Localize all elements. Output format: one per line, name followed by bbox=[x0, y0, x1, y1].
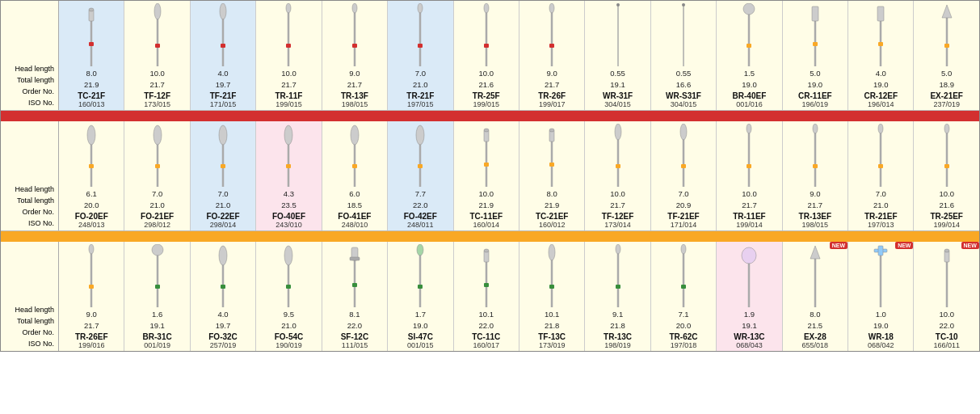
order-number-TF-12EF: TF-12EF bbox=[586, 212, 649, 221]
product-cell-TF-12F: 10.0 21.7 TF-12F 173/015 bbox=[124, 1, 190, 110]
iso-number-TR-11EF: 199/014 bbox=[717, 221, 780, 229]
product-cell-WR-18: NEW 1.0 19.0 WR-18 068/042 bbox=[848, 242, 914, 351]
svg-point-59 bbox=[351, 125, 359, 145]
product-cell-FO-41EF: 6.0 18.5 FO-41EF 248/010 bbox=[322, 121, 388, 230]
total-length-value-CR-12EF: 19.0 bbox=[849, 79, 912, 91]
bur-image-TF-12F bbox=[151, 3, 164, 66]
iso-number-TC-21EF: 160/012 bbox=[520, 221, 583, 229]
head-length-value-BR-40EF: 1.5 bbox=[717, 68, 780, 79]
bur-image-BR-40EF bbox=[742, 3, 755, 66]
iso-no-label-1: ISO No. bbox=[2, 97, 57, 108]
svg-point-99 bbox=[152, 244, 163, 256]
total-length-value-TF-12F: 21.7 bbox=[125, 79, 188, 91]
order-no-label-3: Order No. bbox=[2, 327, 57, 338]
head-length-value-TF-21F: 4.0 bbox=[191, 68, 254, 79]
iso-number-FO-21EF: 298/012 bbox=[125, 221, 188, 229]
total-length-value-TC-21EF: 21.9 bbox=[520, 200, 583, 211]
iso-number-TR-21EF: 197/013 bbox=[849, 221, 912, 229]
new-badge-TC-10: NEW bbox=[961, 242, 979, 249]
total-length-label-2: Total length bbox=[2, 195, 57, 206]
order-number-TF-21F: TF-21F bbox=[191, 91, 254, 100]
bur-image-FO-22EF bbox=[217, 124, 229, 187]
svg-rect-89 bbox=[878, 164, 883, 168]
order-number-FO-41EF: FO-41EF bbox=[323, 212, 386, 221]
iso-number-SI-47C: 001/015 bbox=[389, 341, 452, 349]
total-length-value-TC-10: 22.0 bbox=[915, 320, 978, 332]
svg-rect-81 bbox=[747, 164, 751, 168]
total-length-value-TC-11EF: 21.9 bbox=[455, 200, 518, 211]
total-length-value-WR-13C: 19.1 bbox=[717, 320, 780, 332]
total-length-value-FO-22EF: 21.0 bbox=[191, 200, 254, 211]
product-cell-TF-21F: 4.0 19.7 TF-21F 171/015 bbox=[191, 1, 256, 110]
iso-number-TR-11F: 199/015 bbox=[257, 100, 320, 108]
bur-image-FO-42EF bbox=[414, 124, 427, 187]
iso-number-BR-31C: 001/019 bbox=[125, 341, 188, 349]
svg-rect-45 bbox=[944, 44, 949, 48]
iso-number-FO-22EF: 298/014 bbox=[191, 221, 254, 229]
iso-number-WR-13C: 068/043 bbox=[717, 341, 780, 349]
order-number-TF-21EF: TF-21EF bbox=[652, 212, 715, 221]
svg-point-33 bbox=[682, 3, 685, 6]
bur-image-TR-13F bbox=[348, 3, 361, 66]
svg-rect-124 bbox=[616, 285, 620, 289]
total-length-value-TR-13C: 21.8 bbox=[586, 320, 649, 332]
iso-number-TR-21F: 197/015 bbox=[389, 100, 452, 108]
head-length-value-CR-12EF: 4.0 bbox=[849, 68, 912, 79]
order-number-WR-18: WR-18 bbox=[849, 332, 912, 341]
head-length-value-TC-21EF: 8.0 bbox=[520, 188, 583, 200]
svg-point-2 bbox=[89, 8, 94, 11]
order-number-TR-21EF: TR-21EF bbox=[849, 212, 912, 221]
svg-point-92 bbox=[944, 124, 949, 133]
svg-rect-120 bbox=[549, 285, 554, 289]
bur-image-TF-12EF bbox=[612, 124, 625, 187]
iso-number-FO-54C: 190/019 bbox=[257, 341, 320, 349]
iso-number-CR-12EF: 196/014 bbox=[849, 100, 912, 108]
product-cell-FO-54C: 9.5 21.0 FO-54C 190/019 bbox=[256, 242, 322, 351]
head-length-label-1: Head length bbox=[2, 63, 57, 74]
svg-point-16 bbox=[352, 3, 357, 13]
svg-rect-36 bbox=[747, 44, 751, 48]
head-length-value-TC-21F: 8.0 bbox=[60, 68, 123, 79]
head-length-value-FO-42EF: 7.7 bbox=[389, 188, 452, 200]
head-length-value-TR-13EF: 9.0 bbox=[784, 188, 847, 200]
bur-image-TC-10 bbox=[940, 244, 953, 307]
head-length-value-FO-22EF: 7.0 bbox=[191, 188, 254, 200]
iso-number-FO-40EF: 243/010 bbox=[257, 221, 320, 229]
bur-image-FO-54C bbox=[282, 244, 295, 307]
total-length-value-TR-21EF: 21.0 bbox=[849, 200, 912, 211]
bur-image-TR-21F bbox=[414, 3, 427, 66]
product-cell-WR-S31F: 0.55 16.6 WR-S31F 304/015 bbox=[651, 1, 717, 110]
order-no-label-2: Order No. bbox=[2, 206, 57, 218]
svg-rect-128 bbox=[681, 285, 686, 289]
head-length-label-3: Head length bbox=[2, 304, 57, 315]
head-length-value-EX-21EF: 5.0 bbox=[915, 68, 978, 79]
svg-point-88 bbox=[878, 124, 883, 133]
svg-rect-48 bbox=[89, 164, 94, 168]
iso-number-TF-21F: 171/015 bbox=[191, 100, 254, 108]
order-number-CR-11EF: CR-11EF bbox=[784, 91, 847, 100]
svg-rect-63 bbox=[418, 164, 423, 168]
svg-point-130 bbox=[742, 247, 756, 264]
svg-rect-74 bbox=[616, 164, 620, 168]
product-cell-CR-11EF: 5.0 19.0 CR-11EF 196/019 bbox=[783, 1, 848, 110]
head-length-value-SI-47C: 1.7 bbox=[389, 309, 452, 320]
svg-rect-135 bbox=[878, 246, 883, 256]
bur-image-TR-13C bbox=[612, 244, 625, 307]
total-length-value-WR-S31F: 16.6 bbox=[652, 79, 715, 91]
order-number-TR-11F: TR-11F bbox=[257, 91, 320, 100]
total-length-value-SI-47C: 19.0 bbox=[389, 320, 452, 332]
bur-image-CR-12EF bbox=[874, 3, 887, 66]
svg-rect-77 bbox=[681, 164, 686, 168]
product-cell-TR-26EF: 9.0 21.7 TR-26EF 199/016 bbox=[59, 242, 124, 351]
product-cell-BR-31C: 1.6 19.1 BR-31C 001/019 bbox=[124, 242, 190, 351]
svg-rect-100 bbox=[155, 285, 160, 289]
product-cell-EX-28: NEW 8.0 21.5 EX-28 655/018 bbox=[783, 242, 848, 351]
head-length-value-TR-62C: 7.1 bbox=[652, 309, 715, 320]
iso-number-TR-13EF: 198/015 bbox=[784, 221, 847, 229]
head-length-value-TF-13C: 10.1 bbox=[520, 309, 583, 320]
iso-number-WR-S31F: 304/015 bbox=[652, 100, 715, 108]
svg-rect-9 bbox=[221, 44, 225, 48]
total-length-value-SF-12C: 22.0 bbox=[323, 320, 386, 332]
product-cell-TC-21EF: 8.0 21.9 TC-21EF 160/012 bbox=[519, 121, 585, 230]
product-cell-TC-11EF: 10.0 21.9 TC-11EF 160/014 bbox=[454, 121, 519, 230]
